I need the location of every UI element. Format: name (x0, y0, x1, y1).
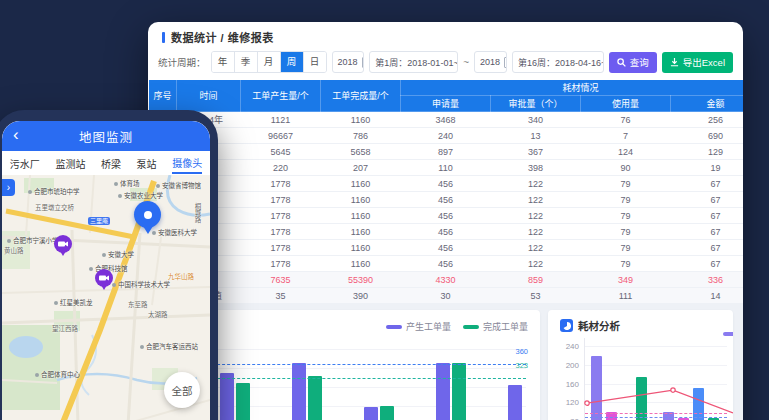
map-label: 三里庵 (88, 217, 110, 225)
period-option[interactable]: 月 (258, 52, 281, 72)
trend-line (585, 338, 733, 420)
camera-icon (99, 274, 109, 282)
table-row: 8177811604561227967 (149, 224, 744, 240)
period-option[interactable]: 日 (304, 52, 326, 72)
table-row: 356455658897367124129 (149, 144, 744, 160)
y-axis-tick: 120 (555, 398, 579, 407)
col-header-created: 工单产生量/个 (241, 80, 321, 112)
filter-toolbar: 统计周期： 年季月周日 2018 第1周：2018-01-01~2018-01-… (148, 47, 743, 79)
end-week-range[interactable]: 第16周：2018-04-16~2018-04-22 (512, 51, 604, 73)
consumable-bar-plot: 2402001601208040 (584, 338, 727, 420)
breadcrumb: 数据统计 / 维修报表 (148, 22, 743, 47)
map-label: 九华山路 (168, 273, 194, 280)
poi-dot-icon (28, 190, 32, 194)
pie-chart-icon (560, 319, 573, 332)
download-icon (670, 58, 679, 67)
bar-产生工单量-3 (436, 363, 450, 420)
map-label: 东至路 (128, 301, 148, 308)
y-axis-tick: 80 (555, 416, 579, 420)
phone-screen: ‹ 地图监测 污水厂监测站桥梁泵站摄像头 (2, 121, 210, 420)
poi-dot-icon (35, 373, 39, 377)
panel-expand-icon[interactable]: › (2, 179, 15, 196)
phone-tab[interactable]: 桥梁 (101, 154, 121, 173)
show-all-button[interactable]: 全部 (164, 372, 200, 408)
camera-pin[interactable] (54, 235, 72, 253)
subcol-header-used: 使用量 (581, 96, 671, 112)
poi-dot-icon (112, 283, 116, 287)
phone-tab[interactable]: 污水厂 (10, 154, 40, 173)
map-view[interactable]: 合肥市琥珀中学体育场安徽农业大学安徽省博物馆桐城路五里墩立交桥三里庵合肥市宁溪小… (2, 175, 210, 420)
query-button-label: 查询 (630, 55, 649, 69)
map-label: 安徽省博物馆 (156, 182, 201, 189)
col-header-completed: 工单完成量/个 (321, 80, 401, 112)
search-icon (617, 58, 626, 67)
map-label: 合肥汽车客运西站 (140, 343, 198, 350)
poi-dot-icon (114, 182, 118, 186)
poi-dot-icon (140, 345, 144, 349)
col-group-header: 耗材情况 (401, 80, 744, 96)
breadcrumb-text: 数据统计 / 维修报表 (171, 29, 274, 45)
consumable-chart-title: 耗材分析 (560, 318, 620, 333)
range-separator: ~ (463, 57, 469, 68)
export-excel-button[interactable]: 导出Excel (662, 52, 733, 73)
page-background: 数据统计 / 维修报表 统计周期： 年季月周日 2018 第1周：2018-01… (0, 0, 769, 420)
query-button[interactable]: 查询 (609, 52, 657, 73)
start-year-select[interactable]: 2018 (332, 51, 365, 73)
legend-label: 产生工单量 (406, 320, 451, 333)
map-label: 安徽农业大学 (118, 192, 163, 199)
bar-完成工单量-2 (380, 406, 394, 420)
calendar-icon (362, 57, 365, 68)
table-row: 9177811604561227967 (149, 240, 744, 256)
dashboard-window: 数据统计 / 维修报表 统计周期： 年季月周日 2018 第1周：2018-01… (148, 22, 743, 420)
poi-dot-icon (54, 301, 58, 305)
period-option[interactable]: 年 (212, 52, 235, 72)
y-axis-tick: 200 (555, 361, 579, 370)
reference-label: 360 (515, 347, 528, 356)
table-row: 6177811604561227967 (149, 192, 744, 208)
end-year-select[interactable]: 2018 (474, 51, 507, 73)
report-table: 序号 时间 工单产生量/个 工单完成量/个 耗材情况 申请量 审批量（个） 使用… (148, 79, 743, 304)
reference-line (192, 378, 526, 379)
bar-产生工单量-1 (292, 363, 306, 420)
camera-icon (58, 240, 68, 248)
col-header-time: 时间 (177, 80, 241, 112)
map-label: 安徽大学 (102, 251, 134, 258)
subcol-header-requested: 申请量 (401, 96, 491, 112)
bar-产生工单量-0 (220, 373, 234, 420)
phone-tab-bar: 污水厂监测站桥梁泵站摄像头 (2, 151, 210, 175)
table-row: 42202071103989019 (149, 160, 744, 176)
map-label: 合肥市琥珀中学 (28, 188, 80, 195)
period-option[interactable]: 季 (235, 52, 258, 72)
phone-tab[interactable]: 摄像头 (172, 153, 202, 174)
period-option[interactable]: 周 (281, 52, 304, 72)
start-year-value: 2018 (338, 57, 358, 67)
map-label: 五里墩立交桥 (35, 204, 74, 211)
col-header-index: 序号 (149, 80, 177, 112)
map-label: 安徽医科大学 (152, 229, 197, 236)
bar-完成工单量-1 (308, 376, 322, 420)
map-label: 桐城路 (194, 203, 201, 223)
reference-line (192, 364, 526, 365)
phone-frame: ‹ 地图监测 污水厂监测站桥梁泵站摄像头 (0, 110, 218, 420)
start-week-range[interactable]: 第1周：2018-01-01~2018-01-07 (369, 51, 458, 73)
selected-location-pin[interactable] (134, 201, 161, 228)
map-label: 黄山路 (4, 247, 24, 254)
map-label: 合肥市宁溪小学 (7, 237, 59, 244)
table-row: 12014年11211160346834076256 (149, 112, 744, 128)
phone-tab[interactable]: 监测站 (55, 154, 85, 173)
camera-pin[interactable] (95, 269, 113, 287)
table-row: 296667786240137690 (149, 128, 744, 144)
map-label: 望江西路 (52, 325, 78, 332)
subcol-header-approved: 审批量（个） (491, 96, 581, 112)
back-icon[interactable]: ‹ (13, 125, 19, 145)
table-average-row: 平均值35390305311114 (149, 288, 744, 304)
legend-item-created[interactable]: 产生工单量 (386, 320, 451, 333)
poi-dot-icon (152, 231, 156, 235)
poi-dot-icon (89, 267, 93, 271)
phone-tab[interactable]: 泵站 (137, 154, 157, 173)
legend-item-completed[interactable]: 完成工单量 (463, 320, 528, 333)
bar-产生工单量-4 (508, 385, 522, 420)
poi-dot-icon (156, 184, 160, 188)
gridline (192, 368, 526, 369)
legend-label: 完成工单量 (483, 320, 528, 333)
